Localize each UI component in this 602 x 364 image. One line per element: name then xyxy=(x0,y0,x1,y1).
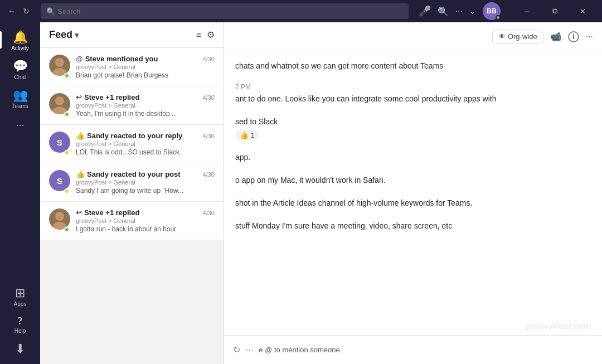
feed-item-subtitle: groovyPost > General xyxy=(76,102,195,109)
chat-messages: chats and whatnot so we can get more con… xyxy=(224,51,602,335)
feed-chevron-icon[interactable]: ▾ xyxy=(75,31,79,40)
sidebar-item-teams[interactable]: 👥 Teams xyxy=(0,85,40,114)
activity-icon: 🔔 xyxy=(13,31,28,43)
reply-icon: ↩ xyxy=(76,208,82,217)
feed-item-preview: Sandy I am going to write up "How... xyxy=(76,187,195,195)
message-text: ant to do one. Looks like you can integr… xyxy=(235,93,591,105)
search-input[interactable] xyxy=(41,3,409,19)
org-wide-button[interactable]: 👁 Org-wide xyxy=(492,30,543,43)
feed-item-date: 4/30 xyxy=(203,94,215,101)
sidebar-label-help: Help xyxy=(14,328,26,334)
feed-item-avatar: S xyxy=(49,170,70,195)
info-icon[interactable]: i xyxy=(568,31,579,42)
feed-item-preview: Yeah, I'm using it in the desktop... xyxy=(76,110,195,118)
feed-item-title-text: Sandy reacted to your reply xyxy=(87,132,182,140)
message-text: o app on my Mac, it wouldn't work in Saf… xyxy=(235,174,591,186)
message-text: app. xyxy=(235,152,591,163)
feed-item[interactable]: @ Steve mentioned you groovyPost > Gener… xyxy=(40,48,224,86)
status-indicator xyxy=(64,188,70,194)
status-indicator xyxy=(64,150,70,156)
feed-title-text: Feed xyxy=(49,29,72,41)
restore-button[interactable]: ⧉ xyxy=(542,0,567,22)
message-text: sed to Slack xyxy=(235,116,591,128)
sidebar-item-download[interactable]: ⬇ xyxy=(0,338,40,360)
feed-item-body: 👍 Sandy reacted to your post groovyPost … xyxy=(76,170,195,195)
chat-header-right: 👁 Org-wide 📹 i ··· xyxy=(492,30,593,43)
message-reaction[interactable]: 👍 1 xyxy=(235,130,259,140)
titlebar-nav: ← ↻ xyxy=(7,6,31,16)
feed-panel: Feed ▾ ≡ ⚙ xyxy=(40,22,224,364)
sidebar-more-button[interactable]: ··· xyxy=(0,114,40,137)
window-controls: ─ ⧉ ✕ xyxy=(514,0,595,22)
feed-item-avatar xyxy=(49,55,70,79)
feed-item-avatar: S xyxy=(49,132,70,156)
feed-item-title: @ Steve mentioned you xyxy=(76,55,195,63)
eye-icon: 👁 xyxy=(498,32,506,41)
sidebar: 🔔 Activity 💬 Chat 👥 Teams ··· ⊞ Apps ? H… xyxy=(0,22,40,364)
feed-item-body: @ Steve mentioned you groovyPost > Gener… xyxy=(76,55,195,79)
feed-item-date: 4/30 xyxy=(203,133,215,139)
feed-filter-icon[interactable]: ≡ xyxy=(196,30,201,40)
reaction-emoji: 👍 xyxy=(240,131,249,139)
main-layout: 🔔 Activity 💬 Chat 👥 Teams ··· ⊞ Apps ? H… xyxy=(0,22,602,364)
chat-input-bar: ↻ ··· e @ to mention someone. xyxy=(224,335,602,364)
feed-item-title-text: Steve +1 replied xyxy=(84,208,139,217)
reaction-count: 1 xyxy=(251,132,255,139)
feed-item[interactable]: ↩ Steve +1 replied groovyPost > General … xyxy=(40,86,224,125)
feed-item-preview: LOL This is odd...SO used to Slack xyxy=(76,148,195,156)
reply-icon: ↩ xyxy=(76,93,82,101)
sidebar-item-activity[interactable]: 🔔 Activity xyxy=(0,27,40,56)
close-button[interactable]: ✕ xyxy=(570,0,595,22)
chat-message: o app on my Mac, it wouldn't work in Saf… xyxy=(235,174,591,186)
message-meta: 2 PM xyxy=(235,83,591,91)
chat-message: app. xyxy=(235,152,591,163)
feed-item-body: 👍 Sandy reacted to your reply groovyPost… xyxy=(76,132,195,156)
message-text: chats and whatnot so we can get more con… xyxy=(235,60,591,72)
feed-settings-icon[interactable]: ⚙ xyxy=(207,30,215,40)
status-dot xyxy=(496,15,501,20)
avatar[interactable]: BB xyxy=(483,2,501,20)
feed-item-title: ↩ Steve +1 replied xyxy=(76,208,195,217)
feed-item-date: 4/30 xyxy=(203,210,215,216)
sidebar-item-apps[interactable]: ⊞ Apps xyxy=(0,283,40,312)
minimize-button[interactable]: ─ xyxy=(514,0,540,22)
more-options-icon[interactable]: ··· xyxy=(586,32,593,42)
status-indicator xyxy=(64,73,70,79)
chat-message: 2 PM ant to do one. Looks like you can i… xyxy=(235,83,591,105)
video-icon[interactable]: 📹 xyxy=(550,31,561,42)
feed-item-body: ↩ Steve +1 replied groovyPost > General … xyxy=(76,93,195,118)
mic-icon[interactable]: 🎤 xyxy=(419,5,431,17)
feed-header: Feed ▾ ≡ ⚙ xyxy=(40,22,224,48)
teams-icon: 👥 xyxy=(13,89,28,101)
chat-message: stuff Monday I'm sure have a meeting, vi… xyxy=(235,220,591,232)
feed-item[interactable]: ↩ Steve +1 replied groovyPost > General … xyxy=(40,202,224,240)
refresh-button[interactable]: ↻ xyxy=(21,6,31,16)
sidebar-bottom: ⊞ Apps ? Help ⬇ xyxy=(0,283,40,364)
feed-item-title: ↩ Steve +1 replied xyxy=(76,93,195,101)
chat-main: 👁 Org-wide 📹 i ··· chats and whatnot so … xyxy=(224,22,602,364)
feed-items-list: @ Steve mentioned you groovyPost > Gener… xyxy=(40,48,224,364)
titlebar-search-area: 🔍 xyxy=(31,3,419,19)
feed-item-title-text: Steve mentioned you xyxy=(85,55,158,63)
status-indicator xyxy=(64,227,70,232)
sidebar-item-help[interactable]: ? Help xyxy=(0,312,40,338)
feed-header-actions: ≡ ⚙ xyxy=(196,30,215,40)
back-button[interactable]: ← xyxy=(7,6,17,16)
chat-header: 👁 Org-wide 📹 i ··· xyxy=(224,22,602,51)
more-icon[interactable]: ··· xyxy=(455,6,463,16)
feed-item-subtitle: groovyPost > General xyxy=(76,64,195,70)
status-indicator xyxy=(64,111,70,117)
chevron-down-icon[interactable]: ⌄ xyxy=(469,7,476,16)
feed-item-body: ↩ Steve +1 replied groovyPost > General … xyxy=(76,208,195,233)
feed-item[interactable]: S 👍 Sandy reacted to your reply groovyPo… xyxy=(40,125,224,163)
refresh-chat-icon[interactable]: ↻ xyxy=(233,344,240,355)
feed-title: Feed ▾ xyxy=(49,29,79,41)
feed-item-preview: I gotta run - back in about an hour xyxy=(76,225,195,233)
apps-icon: ⊞ xyxy=(15,287,25,299)
mention-icon: @ xyxy=(76,55,83,63)
org-wide-label: Org-wide xyxy=(508,32,537,41)
more-chat-icon[interactable]: ··· xyxy=(246,345,253,355)
sidebar-item-chat[interactable]: 💬 Chat xyxy=(0,56,40,85)
feed-item[interactable]: S 👍 Sandy reacted to your post groovyPos… xyxy=(40,163,224,202)
zoom-icon[interactable]: 🔍 xyxy=(438,6,449,17)
